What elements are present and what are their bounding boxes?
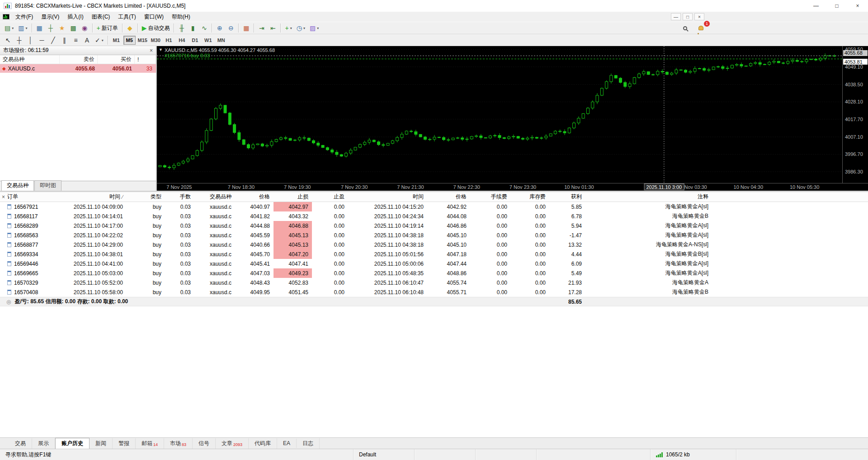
tab-exposure[interactable]: 展示 [32,438,55,449]
chart-shift-button[interactable]: ⇤ [267,23,278,33]
new-chart-button[interactable]: ▤▾ [2,23,16,33]
trendline-tool-button[interactable]: ╱ [47,35,59,46]
menu-charts[interactable]: 图表(C) [88,12,114,22]
tab-signals[interactable]: 信号 [193,438,216,449]
close-button[interactable]: × [847,0,868,12]
order-row[interactable]: 165693342025.11.10 04:38:01buy0.03xauusd… [0,249,868,259]
minimize-button[interactable]: — [806,0,826,12]
cursor-tool-button[interactable]: ↖ [2,35,14,46]
column-header-6[interactable]: 止损 [274,192,312,202]
periods-button[interactable]: ◷▾ [294,23,307,33]
horizontal-line-tool-button[interactable]: ─ [36,35,47,46]
menu-insert[interactable]: 插入(I) [63,12,87,22]
mw-tab-symbols[interactable]: 交易品种 [1,180,34,191]
tab-trade[interactable]: 交易 [9,438,32,449]
column-header-3[interactable]: 手数 [165,192,194,202]
timeframe-D1[interactable]: D1 [189,36,201,45]
timeframe-M1[interactable]: M1 [110,36,123,45]
tab-market[interactable]: 市场83 [164,438,193,449]
column-header-12[interactable]: 获利 [549,192,585,202]
timeframe-H1[interactable]: H1 [163,36,175,45]
tab-ea[interactable]: EA [277,439,297,448]
tab-codebase[interactable]: 代码库 [249,438,277,449]
menu-window[interactable]: 窗口(W) [140,12,168,22]
column-header-13[interactable]: 注释 [585,192,712,202]
profiles-button[interactable]: ▥▾ [16,23,29,33]
time-axis[interactable]: 7 Nov 20257 Nov 18:307 Nov 19:307 Nov 20… [157,183,868,191]
column-header-8[interactable]: 时间 [348,192,427,202]
order-row[interactable]: 165694462025.11.10 04:41:00buy0.03xauusd… [0,259,868,268]
text-tool-button[interactable]: A [81,35,93,46]
crosshair-tool-button[interactable]: ┼ [14,35,25,46]
templates-button[interactable]: ▨▾ [307,23,321,33]
arrows-tool-button[interactable]: ✓▾ [93,35,106,46]
new-order-button[interactable]: +新订单 [94,23,120,33]
fibonacci-tool-button[interactable]: ≡ [70,35,81,46]
auto-scroll-button[interactable]: ⇥ [256,23,267,33]
zoom-in-button[interactable]: ⊕ [214,23,225,33]
line-chart-mode-button[interactable]: ∿ [198,23,210,33]
order-row[interactable]: 165703292025.11.10 05:52:00buy0.03xauusd… [0,278,868,287]
menu-file[interactable]: 文件(F) [11,12,37,22]
tab-mailbox[interactable]: 邮箱14 [136,438,164,449]
column-header-10[interactable]: 手续费 [470,192,511,202]
zoom-out-button[interactable]: ⊖ [225,23,236,33]
autotrading-button[interactable]: ▶自动交易 [140,23,172,33]
order-row[interactable]: 165681172025.11.10 04:14:01buy0.03xauusd… [0,211,868,221]
price-chart[interactable]: 4059.504049.104038.504028.104017.704007.… [157,46,868,191]
order-row[interactable]: 165682892025.11.10 04:17:00buy0.03xauusd… [0,221,868,230]
vertical-line-tool-button[interactable]: │ [25,35,36,46]
timeframe-MN[interactable]: MN [215,36,227,45]
search-button[interactable] [679,23,691,33]
market-watch-close-icon[interactable]: × [150,47,153,54]
column-header-2[interactable]: 类型 [127,192,165,202]
market-watch-toggle-button[interactable]: ▦ [34,23,45,33]
column-header-7[interactable]: 止盈 [312,192,348,202]
terminal-close-icon[interactable]: × [2,194,5,200]
bar-chart-mode-button[interactable]: ╫ [176,23,187,33]
maximize-button[interactable]: □ [826,0,847,12]
chart-restore-button[interactable]: □ [683,13,693,20]
tab-alerts[interactable]: 警报 [113,438,136,449]
metaeditor-button[interactable]: ◆ [124,23,136,33]
timeframe-H4[interactable]: H4 [176,36,188,45]
candlestick-plot[interactable] [157,46,842,183]
order-row[interactable]: 165704082025.11.10 05:58:00buy0.03xauusd… [0,287,868,297]
mw-tab-tick-chart[interactable]: 即时图 [34,180,61,191]
terminal-toggle-button[interactable]: ▩ [68,23,79,33]
timeframe-M15[interactable]: M15 [137,36,149,45]
tab-news[interactable]: 新闻 [90,438,113,449]
column-header-4[interactable]: 交易品种 [194,192,235,202]
column-header-11[interactable]: 库存费 [511,192,549,202]
column-header-5[interactable]: 价格 [235,192,274,202]
tile-windows-button[interactable]: ▦ [241,23,252,33]
menu-view[interactable]: 显示(V) [37,12,63,22]
market-watch-row[interactable]: ◆XAUUSD.c4055.684056.0133 [0,64,156,73]
tab-journal[interactable]: 日志 [297,438,320,449]
order-row[interactable]: 165685632025.11.10 04:22:02buy0.03xauusd… [0,230,868,240]
chart-close-button[interactable]: × [694,13,704,20]
strategy-tester-toggle-button[interactable]: ◉ [79,23,90,33]
tab-account-history[interactable]: 账户历史 [55,438,90,449]
tab-articles[interactable]: 文章2093 [216,438,249,449]
chart-window-icon[interactable] [3,14,9,19]
one-click-trading-toggle[interactable]: ▼ [159,47,163,52]
order-row[interactable]: 165679212025.11.10 04:09:00buy0.03xauusd… [0,202,868,211]
notifications-button[interactable]: 1 [695,23,707,33]
column-header-9[interactable]: 价格 [427,192,470,202]
timeframe-M5[interactable]: M5 [123,36,136,45]
column-header-0[interactable]: 订单 [0,192,52,202]
status-connection[interactable]: 1065/2 kb [651,449,736,460]
menu-tools[interactable]: 工具(T) [114,12,140,22]
channel-tool-button[interactable]: ∥ [59,35,70,46]
timeframe-W1[interactable]: W1 [202,36,214,45]
price-axis[interactable]: 4059.504049.104038.504028.104017.704007.… [842,46,868,183]
indicators-button[interactable]: +▾ [283,23,294,33]
candlestick-mode-button[interactable]: ▮ [187,23,198,33]
menu-help[interactable]: 帮助(H) [168,12,194,22]
timeframe-M30[interactable]: M30 [150,36,162,45]
column-header-1[interactable]: 时间∕ [52,192,127,202]
order-row[interactable]: 165688772025.11.10 04:29:00buy0.03xauusd… [0,240,868,249]
order-row[interactable]: 165696652025.11.10 05:03:00buy0.03xauusd… [0,268,868,278]
status-profile[interactable]: Default [354,449,415,460]
